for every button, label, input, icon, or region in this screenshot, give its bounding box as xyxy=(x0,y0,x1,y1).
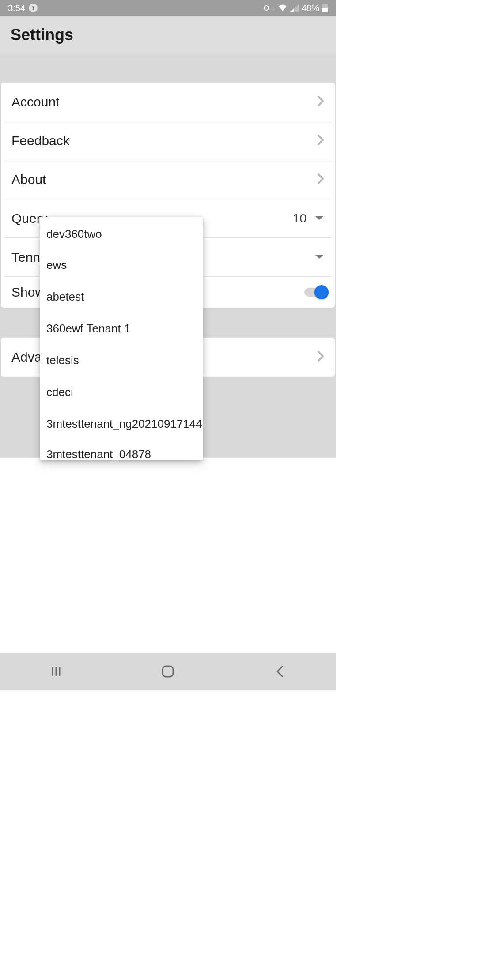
status-right: 48% xyxy=(264,3,328,13)
row-label-account: Account xyxy=(11,94,59,109)
chevron-right-icon xyxy=(317,173,324,186)
svg-rect-2 xyxy=(273,8,273,10)
settings-row-account[interactable]: Account xyxy=(1,83,335,121)
dropdown-item[interactable]: ews xyxy=(40,249,203,281)
settings-row-feedback[interactable]: Feedback xyxy=(1,121,335,160)
dropdown-item[interactable]: 3mtesttenant_ng202109171447 xyxy=(40,408,203,440)
vpn-key-icon xyxy=(264,5,275,11)
svg-rect-9 xyxy=(163,666,173,677)
top-gap xyxy=(1,53,335,83)
system-nav-bar xyxy=(0,653,336,690)
nav-recents-button[interactable] xyxy=(30,665,83,678)
battery-percent: 48% xyxy=(302,3,319,13)
chevron-right-icon xyxy=(317,351,324,364)
chevron-right-icon xyxy=(317,95,324,109)
row-label-about: About xyxy=(11,172,46,187)
back-icon xyxy=(275,665,284,678)
toggle-knob xyxy=(314,285,329,299)
app-header: Settings xyxy=(0,16,336,53)
dropdown-item[interactable]: cdeci xyxy=(40,376,203,408)
caret-down-icon xyxy=(314,253,324,261)
dropdown-item[interactable]: telesis xyxy=(40,344,203,376)
svg-rect-4 xyxy=(322,8,328,12)
wifi-icon xyxy=(278,4,288,12)
status-left: 3:54 1 xyxy=(8,3,38,13)
nav-back-button[interactable] xyxy=(253,665,306,678)
status-bar: 3:54 1 48% xyxy=(0,0,336,16)
cell-signal-icon xyxy=(290,4,299,12)
recents-icon xyxy=(50,665,62,678)
query-select-area: 10 xyxy=(286,211,324,226)
tenant-select-area xyxy=(314,253,324,261)
dropdown-item[interactable]: 3mtesttenant_04878 xyxy=(40,440,203,460)
tenant-dropdown-menu[interactable]: dev360two ews abetest 360ewf Tenant 1 te… xyxy=(40,217,203,460)
show-toggle[interactable] xyxy=(304,288,324,297)
dropdown-item[interactable]: dev360two xyxy=(40,217,203,249)
nav-home-button[interactable] xyxy=(141,665,194,678)
notification-count-badge: 1 xyxy=(29,4,38,12)
settings-row-about[interactable]: About xyxy=(1,160,335,199)
query-interval-value: 10 xyxy=(293,211,307,226)
chevron-right-icon xyxy=(317,134,324,147)
row-label-feedback: Feedback xyxy=(11,133,70,148)
bottom-blank xyxy=(0,458,336,653)
dropdown-item[interactable]: 360ewf Tenant 1 xyxy=(40,313,203,344)
svg-rect-5 xyxy=(324,4,326,4)
svg-point-0 xyxy=(264,6,269,10)
caret-down-icon xyxy=(314,215,324,222)
row-label-show: Show xyxy=(11,285,45,300)
battery-icon xyxy=(322,4,328,12)
dropdown-item[interactable]: abetest xyxy=(40,281,203,313)
status-time: 3:54 xyxy=(8,3,25,13)
home-icon xyxy=(161,665,174,678)
page-title: Settings xyxy=(11,26,73,44)
